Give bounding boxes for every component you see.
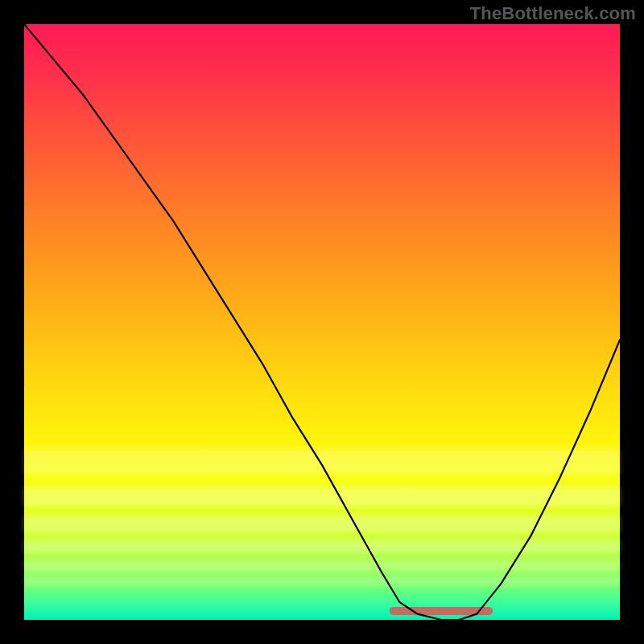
bottleneck-curve-line bbox=[24, 24, 620, 620]
plot-area bbox=[24, 24, 620, 620]
chart-svg bbox=[24, 24, 620, 620]
chart-frame: TheBottleneck.com bbox=[0, 0, 644, 644]
watermark-label: TheBottleneck.com bbox=[470, 3, 636, 24]
